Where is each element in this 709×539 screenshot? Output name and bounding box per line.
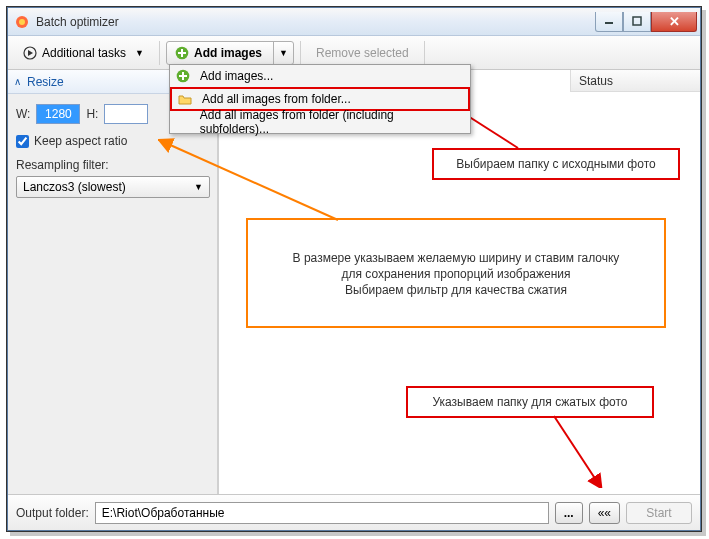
resampling-value: Lanczos3 (slowest) bbox=[23, 180, 126, 194]
caret-down-icon: ▼ bbox=[194, 182, 203, 192]
undo-button[interactable]: «« bbox=[589, 502, 620, 524]
additional-tasks-label: Additional tasks bbox=[42, 46, 126, 60]
menu-item-label: Add all images from folder (including su… bbox=[200, 108, 462, 136]
minimize-button[interactable] bbox=[595, 12, 623, 32]
height-input[interactable] bbox=[104, 104, 148, 124]
keep-aspect-label: Keep aspect ratio bbox=[34, 134, 127, 148]
divider bbox=[159, 41, 160, 65]
output-folder-input[interactable] bbox=[95, 502, 549, 524]
chevron-up-icon: ∧ bbox=[14, 76, 21, 87]
maximize-button[interactable] bbox=[623, 12, 651, 32]
folder-icon bbox=[176, 90, 194, 108]
caret-down-icon: ▼ bbox=[135, 48, 144, 58]
resampling-label: Resampling filter: bbox=[16, 158, 209, 172]
caret-down-icon: ▼ bbox=[279, 48, 288, 58]
app-window: Batch optimizer ✕ Additional tasks ▼ Add… bbox=[7, 7, 701, 531]
start-button[interactable]: Start bbox=[626, 502, 692, 524]
remove-selected-button[interactable]: Remove selected bbox=[307, 41, 418, 65]
add-images-menu: Add images... Add all images from folder… bbox=[169, 64, 471, 134]
window-title: Batch optimizer bbox=[36, 15, 595, 29]
svg-rect-2 bbox=[605, 22, 613, 24]
remove-selected-label: Remove selected bbox=[316, 46, 409, 60]
resampling-select[interactable]: Lanczos3 (slowest) ▼ bbox=[16, 176, 210, 198]
svg-rect-3 bbox=[633, 17, 641, 25]
menu-item-add-from-folder-recursive[interactable]: Add all images from folder (including su… bbox=[170, 111, 470, 133]
menu-item-label: Add images... bbox=[200, 69, 273, 83]
divider bbox=[300, 41, 301, 65]
plus-circle-icon bbox=[175, 46, 189, 60]
menu-item-label: Add all images from folder... bbox=[202, 92, 351, 106]
width-label: W: bbox=[16, 107, 30, 121]
bottom-bar: Output folder: ... «« Start bbox=[8, 494, 700, 530]
annotation-callout-1: Выбираем папку с исходными фото bbox=[432, 148, 680, 180]
status-column-header[interactable]: Status bbox=[570, 70, 700, 92]
browse-button[interactable]: ... bbox=[555, 502, 583, 524]
annotation-callout-3: Указываем папку для сжатых фото bbox=[406, 386, 654, 418]
app-icon bbox=[14, 14, 30, 30]
additional-tasks-button[interactable]: Additional tasks ▼ bbox=[14, 41, 153, 65]
play-icon bbox=[23, 46, 37, 60]
blank-icon bbox=[174, 113, 192, 131]
svg-point-1 bbox=[19, 19, 25, 25]
plus-circle-icon bbox=[174, 67, 192, 85]
width-input[interactable] bbox=[36, 104, 80, 124]
height-label: H: bbox=[86, 107, 98, 121]
add-images-button[interactable]: Add images ▼ bbox=[166, 41, 294, 65]
titlebar: Batch optimizer ✕ bbox=[8, 8, 700, 36]
resize-panel-title: Resize bbox=[27, 75, 64, 89]
annotation-callout-2: В размере указываем желаемую ширину и ст… bbox=[246, 218, 666, 328]
close-button[interactable]: ✕ bbox=[651, 12, 697, 32]
keep-aspect-checkbox[interactable] bbox=[16, 135, 29, 148]
divider bbox=[424, 41, 425, 65]
output-folder-label: Output folder: bbox=[16, 506, 89, 520]
add-images-label: Add images bbox=[194, 46, 262, 60]
menu-item-add-images[interactable]: Add images... bbox=[170, 65, 470, 87]
add-images-split[interactable]: ▼ bbox=[273, 42, 289, 64]
